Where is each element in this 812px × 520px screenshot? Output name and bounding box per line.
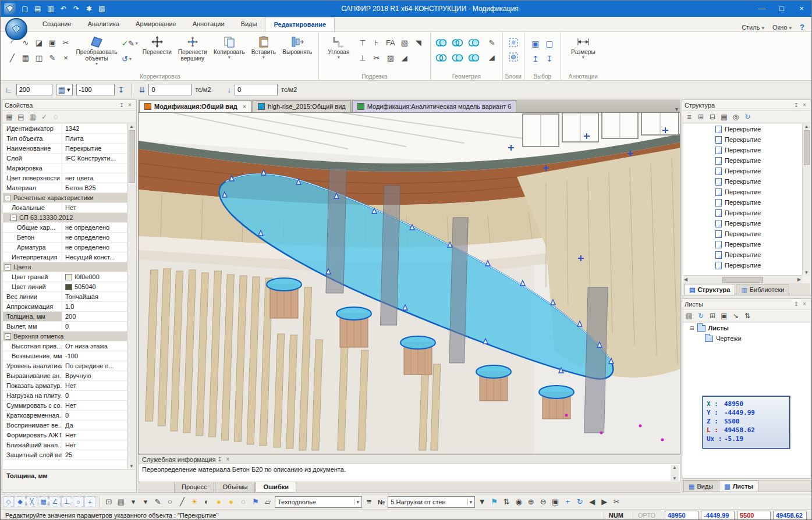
menu-tab-Аналитика[interactable]: Аналитика xyxy=(80,17,127,31)
print-icon[interactable]: ▧ xyxy=(96,3,108,15)
maximize-button[interactable]: □ xyxy=(772,1,792,17)
line-icon[interactable]: ╱ xyxy=(6,51,19,64)
tree-expander-icon[interactable]: ⊟ xyxy=(690,325,694,331)
collapse-icon[interactable]: − xyxy=(5,333,11,340)
property-value[interactable]: Вручную xyxy=(62,372,127,379)
menu-tab-Редактирование[interactable]: Редактирование xyxy=(265,17,335,31)
binoculars-icon[interactable]: ◎ xyxy=(731,112,741,122)
picker-icon[interactable]: ✎ xyxy=(46,51,59,64)
bulb-on2-icon[interactable]: ● xyxy=(225,496,237,508)
trim-tee-icon[interactable]: ⊦ xyxy=(370,36,383,49)
align-button[interactable]: Выровнять xyxy=(281,34,314,71)
property-value[interactable]: 1.0 xyxy=(62,303,127,310)
property-value[interactable]: Перекрытие xyxy=(62,145,127,152)
offset-input[interactable] xyxy=(76,84,115,95)
refresh-icon[interactable]: ↻ xyxy=(742,112,753,122)
rotate-view-icon[interactable]: ↻ xyxy=(574,496,586,508)
prev-view-icon[interactable]: ◀ xyxy=(586,496,598,508)
viewport[interactable] xyxy=(138,112,680,454)
property-row[interactable]: Выравнивание ан...Вручную xyxy=(3,371,127,381)
search-icon[interactable]: ◌ xyxy=(51,112,61,122)
property-row[interactable]: ЛокальныеНет xyxy=(3,203,127,213)
property-row[interactable]: Кратковременная...0 xyxy=(3,411,127,421)
property-value[interactable]: 1342 xyxy=(62,125,127,132)
property-value[interactable]: Нет xyxy=(62,432,127,439)
snap-near-icon[interactable]: + xyxy=(84,496,95,507)
rotate-button[interactable]: ↺▾ xyxy=(120,52,139,66)
loadcase-combo[interactable]: 5.Нагрузки от стен▾ xyxy=(388,496,475,508)
menu-tab-Создание[interactable]: Создание xyxy=(34,17,80,31)
pin-icon[interactable]: ↧ xyxy=(118,86,125,94)
move-vertex-button[interactable]: Перенести вершину xyxy=(175,34,210,71)
num-lock-indicator[interactable]: NUM xyxy=(604,512,628,519)
property-row[interactable]: Вылет, мм0 xyxy=(3,322,127,332)
structure-tree-item[interactable]: Перекрытие xyxy=(683,208,802,218)
tab-libraries[interactable]: ▥Библиотеки xyxy=(736,284,789,295)
snap-intersection-icon[interactable]: ╳ xyxy=(26,496,37,507)
select-empty-icon[interactable]: ▢ xyxy=(542,36,556,51)
close-icon[interactable]: × xyxy=(224,455,232,464)
numbering-button[interactable]: № xyxy=(376,498,387,505)
tab-list-button[interactable]: ▾ xyxy=(675,106,678,112)
minimize-button[interactable]: — xyxy=(752,1,772,17)
cut-icon[interactable]: ✂ xyxy=(59,36,72,49)
structure-tree-item[interactable]: Перекрытие xyxy=(683,239,802,250)
scroll-left-icon[interactable]: ◀ xyxy=(684,277,687,282)
swap-icon[interactable]: ⇅ xyxy=(501,496,512,508)
surface-icon[interactable]: ◢ xyxy=(485,51,498,63)
dropdown-arrow-icon[interactable]: ▾ xyxy=(127,496,139,508)
collapse-icon[interactable]: − xyxy=(10,215,17,221)
intersect-icon[interactable] xyxy=(467,36,480,49)
array-icon[interactable]: ▦ xyxy=(19,51,32,64)
property-row[interactable]: Аппроксимация1.0 xyxy=(3,302,127,312)
slope-icon[interactable]: ◥ xyxy=(412,36,425,49)
property-value[interactable]: Нет xyxy=(62,402,127,409)
structure-vertical-scrollbar[interactable]: ▲▼ xyxy=(802,124,810,275)
ortho-indicator[interactable]: ОРТО xyxy=(633,512,660,519)
property-value[interactable]: 25 xyxy=(62,451,127,458)
property-row[interactable]: Уровень аналитикиПо середине п... xyxy=(3,361,127,371)
property-row[interactable]: Возвышение, мм-100 xyxy=(3,351,127,361)
property-row[interactable]: Формировать АЖТНет xyxy=(3,430,127,440)
property-value[interactable]: 0 xyxy=(62,392,127,399)
flag-icon[interactable]: ⚑ xyxy=(250,496,261,508)
layers-icon[interactable]: ▥ xyxy=(115,496,127,508)
export-icon[interactable]: ↘ xyxy=(731,311,741,321)
sort-icon[interactable]: ⇅ xyxy=(742,311,753,321)
property-value[interactable]: По середине п... xyxy=(62,362,127,369)
app-logo-icon[interactable] xyxy=(5,18,27,40)
properties-scrollbar[interactable]: ▲▼ xyxy=(127,124,136,469)
property-value[interactable]: Плита xyxy=(62,135,127,142)
trim-corner-icon[interactable]: ⊤ xyxy=(356,36,369,49)
snap-circle-icon[interactable]: ○ xyxy=(73,496,84,507)
eye-icon[interactable]: ◉ xyxy=(513,496,524,508)
subtract-icon[interactable] xyxy=(451,36,464,49)
property-value[interactable]: 200 xyxy=(62,313,127,320)
property-value[interactable]: 505040 xyxy=(62,283,127,290)
chamfer-icon[interactable]: ◪ xyxy=(33,36,45,49)
info-tab-Ошибки[interactable]: Ошибки xyxy=(256,482,296,493)
property-section[interactable]: −СП 63.13330.2012 xyxy=(3,213,127,223)
settings-icon[interactable]: ✱ xyxy=(83,3,95,15)
select-filled-icon[interactable]: ▣ xyxy=(529,36,542,51)
document-tab[interactable]: high-rise_2015:Общий вид xyxy=(253,100,351,112)
sheets-child-node[interactable]: Чертежи xyxy=(683,333,810,344)
union-icon[interactable] xyxy=(435,36,448,49)
property-row[interactable]: Ближайший анал...Нет xyxy=(3,440,127,450)
property-section[interactable]: −Верхняя отметка xyxy=(3,332,127,341)
close-icon[interactable]: × xyxy=(126,101,134,109)
cut-plane2-icon[interactable]: ▨ xyxy=(384,51,397,64)
table-view-icon[interactable]: ▦ xyxy=(719,112,729,122)
tab-views[interactable]: ▦Виды xyxy=(683,480,718,491)
filter-icon[interactable]: ≡ xyxy=(684,112,694,122)
sheets-root-node[interactable]: ⊟ Листы xyxy=(683,323,810,333)
transform-objects-button[interactable]: Преобразовать объекты ▾ xyxy=(75,34,119,71)
lock-icon[interactable]: ⊡ xyxy=(103,496,115,508)
menu-tab-Виды[interactable]: Виды xyxy=(233,17,265,31)
property-value[interactable]: не определено xyxy=(62,234,127,241)
load1-input[interactable] xyxy=(148,84,192,95)
property-value[interactable]: Да xyxy=(62,422,127,429)
property-row[interactable]: ИнтерпретацияНесущий конст... xyxy=(3,252,127,262)
property-value[interactable]: Нет xyxy=(62,441,127,448)
bulb-on-icon[interactable]: ● xyxy=(213,496,225,508)
